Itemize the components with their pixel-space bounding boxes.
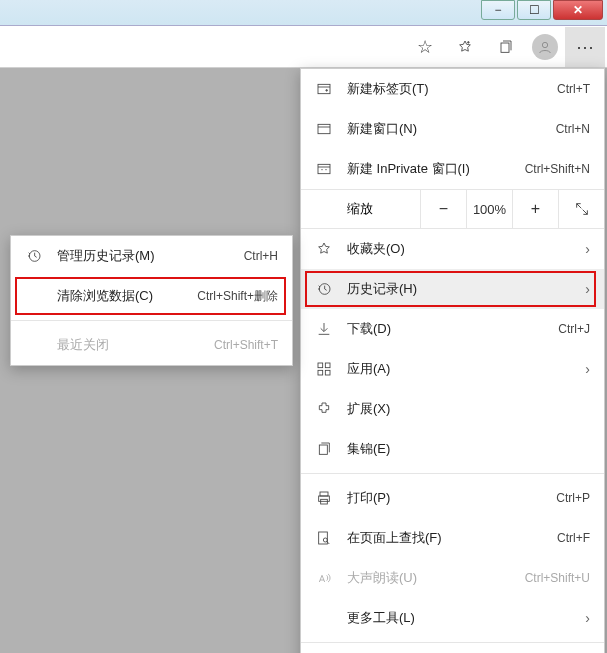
svg-rect-6 bbox=[318, 363, 323, 368]
find-icon bbox=[313, 530, 335, 546]
new-tab-icon bbox=[313, 81, 335, 97]
more-menu-button[interactable]: ⋯ bbox=[565, 27, 605, 67]
submenu-label: 清除浏览数据(C) bbox=[57, 287, 197, 305]
menu-label: 更多工具(L) bbox=[347, 609, 579, 627]
menu-find[interactable]: 在页面上查找(F) Ctrl+F bbox=[301, 518, 604, 558]
submenu-shortcut: Ctrl+Shift+T bbox=[214, 338, 278, 352]
submenu-clear-data[interactable]: 清除浏览数据(C) Ctrl+Shift+删除 bbox=[11, 276, 292, 316]
collections-icon[interactable] bbox=[485, 27, 525, 67]
menu-label: 集锦(E) bbox=[347, 440, 590, 458]
menu-collections[interactable]: 集锦(E) bbox=[301, 429, 604, 469]
menu-favorites[interactable]: 收藏夹(O) › bbox=[301, 229, 604, 269]
collections-icon bbox=[313, 441, 335, 457]
menu-separator bbox=[11, 320, 292, 321]
svg-rect-10 bbox=[319, 445, 327, 454]
menu-label: 新建 InPrivate 窗口(I) bbox=[347, 160, 525, 178]
menu-label: 打印(P) bbox=[347, 489, 556, 507]
history-icon bbox=[23, 248, 45, 264]
chevron-right-icon: › bbox=[585, 610, 590, 626]
svg-point-1 bbox=[542, 42, 547, 47]
menu-more-tools[interactable]: 更多工具(L) › bbox=[301, 598, 604, 638]
menu-shortcut: Ctrl+J bbox=[558, 322, 590, 336]
menu-history[interactable]: 历史记录(H) › bbox=[301, 269, 604, 309]
history-icon bbox=[313, 281, 335, 297]
favorites-add-icon[interactable] bbox=[445, 27, 485, 67]
submenu-label: 最近关闭 bbox=[57, 336, 214, 354]
menu-label: 收藏夹(O) bbox=[347, 240, 579, 258]
menu-extensions[interactable]: 扩展(X) bbox=[301, 389, 604, 429]
menu-apps[interactable]: 应用(A) › bbox=[301, 349, 604, 389]
menu-shortcut: Ctrl+T bbox=[557, 82, 590, 96]
menu-shortcut: Ctrl+Shift+N bbox=[525, 162, 590, 176]
svg-rect-7 bbox=[325, 363, 330, 368]
menu-read-aloud: 大声朗读(U) Ctrl+Shift+U bbox=[301, 558, 604, 598]
menu-label: 历史记录(H) bbox=[347, 280, 579, 298]
submenu-shortcut: Ctrl+H bbox=[244, 249, 278, 263]
apps-icon bbox=[313, 361, 335, 377]
new-window-icon bbox=[313, 121, 335, 137]
menu-new-tab[interactable]: 新建标签页(T) Ctrl+T bbox=[301, 69, 604, 109]
close-icon: ✕ bbox=[573, 3, 583, 17]
menu-shortcut: Ctrl+P bbox=[556, 491, 590, 505]
star-icon bbox=[313, 241, 335, 257]
svg-rect-9 bbox=[325, 370, 330, 375]
menu-shortcut: Ctrl+Shift+U bbox=[525, 571, 590, 585]
history-submenu: 管理历史记录(M) Ctrl+H 清除浏览数据(C) Ctrl+Shift+删除… bbox=[10, 235, 293, 366]
svg-rect-4 bbox=[318, 164, 330, 173]
zoom-value: 100% bbox=[466, 190, 512, 228]
chevron-right-icon: › bbox=[585, 241, 590, 257]
menu-label: 新建窗口(N) bbox=[347, 120, 556, 138]
close-button[interactable]: ✕ bbox=[553, 0, 603, 20]
inprivate-icon bbox=[313, 161, 335, 177]
maximize-icon: ☐ bbox=[529, 3, 540, 17]
svg-rect-8 bbox=[318, 370, 323, 375]
menu-shortcut: Ctrl+F bbox=[557, 531, 590, 545]
read-aloud-icon bbox=[313, 570, 335, 586]
menu-label: 大声朗读(U) bbox=[347, 569, 525, 587]
menu-separator bbox=[301, 473, 604, 474]
zoom-out-button[interactable]: − bbox=[420, 190, 466, 228]
settings-menu: 新建标签页(T) Ctrl+T 新建窗口(N) Ctrl+N 新建 InPriv… bbox=[300, 68, 605, 653]
svg-rect-0 bbox=[501, 43, 509, 52]
submenu-shortcut: Ctrl+Shift+删除 bbox=[197, 288, 278, 305]
menu-new-inprivate[interactable]: 新建 InPrivate 窗口(I) Ctrl+Shift+N bbox=[301, 149, 604, 189]
chevron-right-icon: › bbox=[585, 361, 590, 377]
zoom-in-button[interactable]: + bbox=[512, 190, 558, 228]
submenu-manage-history[interactable]: 管理历史记录(M) Ctrl+H bbox=[11, 236, 292, 276]
menu-downloads[interactable]: 下载(D) Ctrl+J bbox=[301, 309, 604, 349]
submenu-label: 管理历史记录(M) bbox=[57, 247, 244, 265]
extensions-icon bbox=[313, 401, 335, 417]
zoom-label: 缩放 bbox=[301, 200, 420, 218]
menu-print[interactable]: 打印(P) Ctrl+P bbox=[301, 478, 604, 518]
minimize-button[interactable]: − bbox=[481, 0, 515, 20]
svg-rect-2 bbox=[318, 84, 330, 93]
svg-rect-11 bbox=[320, 492, 328, 496]
profile-avatar[interactable] bbox=[525, 27, 565, 67]
submenu-recent-closed: 最近关闭 Ctrl+Shift+T bbox=[11, 325, 292, 365]
chevron-right-icon: › bbox=[585, 281, 590, 297]
menu-shortcut: Ctrl+N bbox=[556, 122, 590, 136]
window-controls: − ☐ ✕ bbox=[481, 0, 603, 20]
menu-label: 扩展(X) bbox=[347, 400, 590, 418]
maximize-button[interactable]: ☐ bbox=[517, 0, 551, 20]
fullscreen-button[interactable] bbox=[558, 190, 604, 228]
menu-separator bbox=[301, 642, 604, 643]
menu-label: 新建标签页(T) bbox=[347, 80, 557, 98]
window-titlebar: − ☐ ✕ bbox=[0, 0, 607, 26]
menu-label: 在页面上查找(F) bbox=[347, 529, 557, 547]
menu-settings[interactable]: 设置(S) bbox=[301, 647, 604, 653]
svg-rect-3 bbox=[318, 124, 330, 133]
menu-label: 应用(A) bbox=[347, 360, 579, 378]
minimize-icon: − bbox=[494, 3, 501, 17]
favorite-star-icon[interactable]: ☆ bbox=[405, 27, 445, 67]
menu-label: 下载(D) bbox=[347, 320, 558, 338]
menu-new-window[interactable]: 新建窗口(N) Ctrl+N bbox=[301, 109, 604, 149]
download-icon bbox=[313, 321, 335, 337]
print-icon bbox=[313, 490, 335, 506]
browser-toolbar: ☆ ⋯ bbox=[0, 26, 607, 68]
menu-zoom-row: 缩放 − 100% + bbox=[301, 189, 604, 229]
